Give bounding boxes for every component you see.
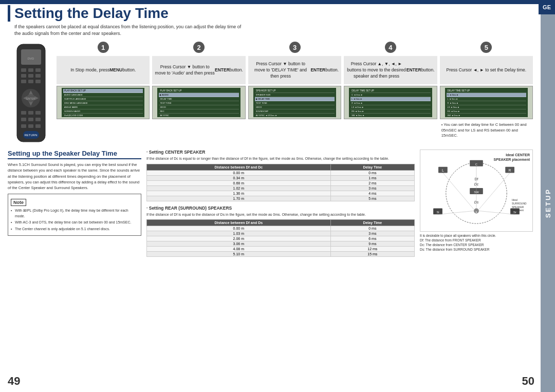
center-table-col2: Delay Time: [330, 164, 414, 170]
center-speaker-text: If the distance of Dc is equal to or lon…: [146, 156, 415, 162]
step-2-screen: PLAY BACK SET UP ▶ AUDIO DELAY TIME TEST…: [152, 86, 245, 119]
svg-text:Ideal: Ideal: [512, 199, 517, 201]
bottom-left: Setting up the Speaker Delay Time When 5…: [8, 150, 141, 257]
table-row: 0.00 m0 ms: [147, 170, 415, 175]
rear-speaker-section: · Setting REAR (SURROUND) SPEAKERS If th…: [146, 206, 415, 257]
svg-rect-6: [21, 74, 26, 78]
table-row: 1.36 m4 ms: [147, 191, 415, 196]
table-row: 1.02 m3 ms: [147, 185, 415, 191]
svg-text:L: L: [442, 169, 444, 173]
step-1-number: 1: [98, 42, 109, 53]
step-2-number: 2: [193, 42, 205, 53]
step-1-box: 1 In Stop mode, press MENU button. PLAY …: [57, 42, 150, 144]
svg-rect-21: [35, 111, 41, 115]
svg-rect-27: [35, 124, 41, 128]
step-4-screen: DELAY TIME SET UP C ◄ 0ms ► L ◄ 0ms ► R …: [344, 86, 437, 119]
svg-rect-22: [21, 118, 26, 121]
setup-bar: SETUP: [541, 14, 555, 392]
step-5-box: 5 Press Cursor ◄, ► to set the Delay tim…: [440, 42, 533, 144]
diagram-note: It is desirable to place all speakers wi…: [420, 233, 533, 252]
svg-rect-9: [21, 80, 26, 83]
note-title: Note: [11, 199, 26, 206]
svg-rect-26: [28, 124, 33, 128]
step-3-screen: SPEAKER SET UP SPEAKER SIZE ▶ DELAY TIME…: [248, 86, 341, 119]
center-table-col1: Distance between Df and Dc: [147, 164, 331, 170]
svg-line-48: [443, 173, 474, 210]
svg-text:R: R: [509, 169, 511, 173]
center-speaker-title: · Setting CENTER SPEAKER: [146, 150, 415, 155]
rear-speaker-title: · Setting REAR (SURROUND) SPEAKERS: [146, 206, 415, 211]
table-row: 0.34 m1 ms: [147, 175, 415, 180]
note-item-3: The Center channel is only adjustable on…: [11, 227, 138, 232]
page-number-right: 50: [522, 375, 534, 388]
page-number-left: 49: [8, 375, 20, 388]
page-title: Setting the Delay Time: [8, 5, 533, 22]
note-item-2: With AC-3 and DTS, the delay time can be…: [11, 220, 138, 226]
table-row: 1.03 m3 ms: [147, 231, 415, 236]
svg-text:DVD: DVD: [27, 57, 34, 60]
svg-text:●: ●: [476, 211, 477, 214]
svg-text:placement: placement: [512, 210, 524, 212]
svg-text:ENTER: ENTER: [26, 97, 35, 100]
svg-line-52: [479, 211, 515, 215]
step-3-text: Press Cursor ▼ button to move to 'DELAY …: [248, 56, 341, 84]
svg-rect-8: [35, 74, 41, 78]
bottom-body-text: When 5.1CH Surround Sound is played, you…: [8, 162, 141, 191]
svg-rect-25: [21, 124, 26, 128]
svg-text:Ds: Ds: [474, 200, 479, 204]
table-row: 1.70 m5 ms: [147, 196, 415, 201]
diagram-container: Ideal CENTER SPEAKER placement L R C: [420, 150, 533, 232]
svg-text:Dc: Dc: [474, 182, 479, 186]
svg-rect-5: [35, 68, 41, 72]
svg-rect-11: [35, 80, 41, 83]
rear-table-col2: Delay Time: [330, 220, 414, 226]
subtitle-text: If the speakers cannot be placed at equa…: [8, 24, 533, 36]
main-content: Setting the Delay Time If the speakers c…: [0, 0, 541, 392]
step-5-screen: DELAY TIME SET UP C ◄ 0ms ► L ◄ 0ms ► R …: [440, 86, 533, 119]
note-item-1: With ⊠IPL (Dolby Pro Logic II), the dela…: [11, 208, 138, 219]
step-5-note: • You can set the delay time for C betwe…: [440, 121, 533, 140]
svg-text:RETURN: RETURN: [24, 134, 37, 137]
step-3-number: 3: [289, 42, 301, 53]
steps-row: DVD ENTER: [8, 42, 533, 144]
bottom-right: Ideal CENTER SPEAKER placement L R C: [420, 150, 533, 257]
step-3-box: 3 Press Cursor ▼ button to move to 'DELA…: [248, 42, 341, 144]
center-speaker-section: · Setting CENTER SPEAKER If the distance…: [146, 150, 415, 201]
svg-rect-24: [35, 118, 41, 121]
table-row: 4.08 m12 ms: [147, 247, 415, 252]
speaker-diagram-svg: L R C SW Df Dc Ds Sl: [423, 153, 530, 229]
rear-speaker-table: Distance between Df and Ds Delay Time 0.…: [146, 219, 415, 257]
note-box: Note With ⊠IPL (Dolby Pro Logic II), the…: [8, 194, 141, 236]
bottom-section: Setting up the Speaker Delay Time When 5…: [8, 150, 533, 257]
svg-rect-19: [21, 111, 26, 115]
svg-line-51: [438, 211, 474, 215]
svg-rect-4: [28, 68, 33, 72]
svg-rect-10: [28, 80, 33, 83]
svg-rect-7: [28, 74, 33, 78]
table-row: 2.06 m6 ms: [147, 236, 415, 241]
svg-text:Sl: Sl: [436, 211, 439, 214]
step-4-number: 4: [385, 42, 396, 53]
svg-rect-23: [28, 118, 33, 121]
step-2-box: 2 Press Cursor ▼ button to move to 'Audi…: [152, 42, 245, 144]
step-1-screen: PLAY BACK SET UP AUDIO LANGUAGE SUBTITLE…: [57, 86, 150, 119]
svg-rect-3: [21, 68, 26, 72]
remote-svg: DVD ENTER: [12, 42, 50, 144]
svg-text:SPEAKER: SPEAKER: [512, 206, 524, 209]
diagram-title: Ideal CENTER SPEAKER placement: [494, 153, 530, 162]
svg-rect-20: [28, 111, 33, 115]
center-speaker-table: Distance between Df and Dc Delay Time 0.…: [146, 164, 415, 201]
ge-badge: GE: [539, 0, 555, 14]
svg-text:SURROUND: SURROUND: [512, 202, 527, 205]
step-4-text: Press Cursor ▲, ▼, ◄, ► buttons to move …: [344, 56, 437, 84]
table-row: 3.06 m9 ms: [147, 241, 415, 247]
svg-text:C: C: [475, 163, 478, 166]
step-1-text: In Stop mode, press MENU button.: [57, 56, 150, 84]
table-row: 5.10 m15 ms: [147, 252, 415, 257]
remote-container: DVD ENTER: [8, 42, 54, 144]
step-2-text: Press Cursor ▼ button to move to 'Audio'…: [152, 56, 245, 84]
step-5-text: Press Cursor ◄, ► to set the Delay time.: [440, 56, 533, 84]
table-row: 0.68 m2 ms: [147, 180, 415, 185]
step-4-box: 4 Press Cursor ▲, ▼, ◄, ► buttons to mov…: [344, 42, 437, 144]
step-5-number: 5: [480, 42, 492, 53]
